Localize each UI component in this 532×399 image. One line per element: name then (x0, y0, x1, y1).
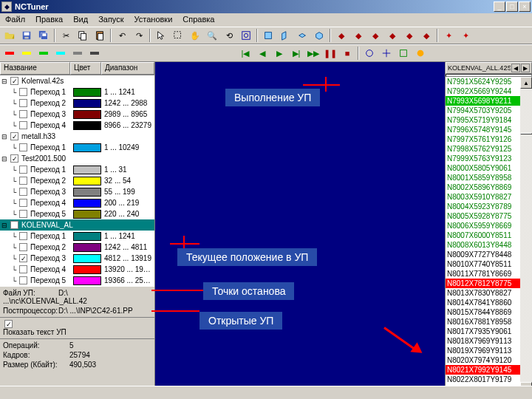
tree-row[interactable]: └✓Переход 34812 ... 13919 (0, 253, 154, 264)
checkbox[interactable] (19, 210, 27, 218)
expander-icon[interactable]: ⊟ (0, 222, 9, 229)
nc-line[interactable]: N8000X5805Y9061 (446, 163, 520, 173)
minimize-button[interactable]: _ (494, 1, 505, 12)
tree-row[interactable]: └Переход 11 ... 31 (0, 164, 154, 175)
view-top-icon[interactable] (294, 28, 310, 43)
color-marker-5[interactable] (69, 46, 86, 61)
checkbox[interactable] (19, 110, 27, 118)
diamond-6-icon[interactable]: ◆ (418, 28, 434, 43)
nc-line[interactable]: N7994X5703Y9205 (446, 106, 520, 115)
diamond-3-icon[interactable]: ◆ (367, 28, 383, 43)
tree-row[interactable]: └Переход 4200 ... 219 (0, 197, 154, 208)
nc-code-list[interactable]: N7991X5624Y9295N7992X5669Y9244N7993X5698… (446, 77, 520, 394)
col-color[interactable]: Цвет (70, 62, 101, 75)
checkbox[interactable] (19, 276, 27, 284)
checkbox[interactable] (19, 143, 27, 151)
nc-line[interactable]: N8019X7969Y9113 (446, 346, 520, 355)
nc-line[interactable]: N8021X7992Y9145 (446, 365, 520, 375)
checkbox[interactable] (19, 188, 27, 196)
nc-line[interactable]: N8012X7812Y8775 (446, 279, 520, 288)
nc-line[interactable]: N7998X5762Y9125 (446, 144, 520, 154)
menu-item[interactable]: Правка (30, 13, 68, 27)
color-marker-1[interactable] (1, 46, 18, 61)
nc-line[interactable]: N7993X5698Y9211 (446, 96, 520, 106)
save-all-icon[interactable] (35, 28, 52, 43)
step-fwd-icon[interactable]: ▶| (288, 46, 304, 61)
checkbox[interactable]: ✓ (10, 132, 18, 140)
checkbox[interactable] (19, 243, 27, 251)
nc-line[interactable]: N8010X7740Y8511 (446, 259, 520, 269)
expander-icon[interactable]: ⊟ (0, 155, 9, 163)
nc-line[interactable]: N7991X5624Y9295 (446, 77, 520, 86)
cursor-icon[interactable] (153, 28, 169, 43)
nc-line[interactable]: N8017X7935Y9061 (446, 327, 520, 336)
pan-icon[interactable]: ✋ (187, 28, 203, 43)
diamond-1-icon[interactable]: ◆ (333, 28, 349, 43)
copy-icon[interactable] (75, 28, 91, 43)
nc-line[interactable]: N8005X5928Y8775 (446, 211, 520, 221)
nc-line[interactable]: N8015X7844Y8869 (446, 307, 520, 317)
maximize-button[interactable]: □ (506, 1, 518, 12)
nc-line[interactable]: N8022X8017Y9179 (446, 375, 520, 384)
nc-line[interactable]: N7996X5748Y9145 (446, 125, 520, 134)
nc-line[interactable]: N8013X7830Y8827 (446, 288, 520, 298)
checkbox[interactable] (19, 265, 27, 273)
nc-line[interactable]: N7992X5669Y9244 (446, 86, 520, 96)
nc-line[interactable]: N8001X5859Y8958 (446, 173, 520, 183)
step-back-icon[interactable]: ◀ (254, 46, 270, 61)
col-name[interactable]: Название (0, 62, 70, 75)
color-marker-4[interactable] (52, 46, 69, 61)
undo-icon[interactable]: ↶ (114, 28, 130, 43)
col-range[interactable]: Диапазон (101, 62, 154, 75)
extra-1-icon[interactable] (361, 46, 378, 61)
tree-row[interactable]: └Переход 11 ... 1241 (0, 86, 154, 98)
scrollbar[interactable]: ▲ ▼ (520, 77, 532, 394)
extra-2-icon[interactable] (378, 46, 395, 61)
tree-group[interactable]: ⊟✓Test2001.500 (0, 153, 154, 164)
checkbox[interactable] (19, 199, 27, 207)
tree-row[interactable]: └Переход 21242 ... 4811 (0, 242, 154, 253)
tree-row[interactable]: └Переход 21242 ... 2988 (0, 98, 154, 109)
expander-icon[interactable]: ⊟ (0, 133, 9, 140)
nc-line[interactable]: N8018X7969Y9113 (446, 336, 520, 346)
nc-line[interactable]: N8016X7881Y8958 (446, 317, 520, 327)
nc-line[interactable]: N8009X7727Y8448 (446, 250, 520, 259)
show-text-row[interactable]: ✓ Показать текст УП (0, 317, 154, 339)
scroll-up-button[interactable]: ▲ (520, 77, 532, 89)
scroll-thumb[interactable] (520, 133, 532, 134)
nc-line[interactable]: N7999X5763Y9123 (446, 154, 520, 163)
tree-body[interactable]: ⊟✓Kolenval.42s└Переход 11 ... 1241└Перех… (0, 75, 154, 286)
checkbox[interactable] (19, 121, 27, 129)
tree-row[interactable]: └Переход 355 ... 199 (0, 186, 154, 197)
color-marker-6[interactable] (86, 46, 103, 61)
menu-item[interactable]: Установки (129, 13, 178, 27)
extra-4-icon[interactable] (412, 46, 429, 61)
checkbox[interactable] (19, 232, 27, 240)
diamond-5-icon[interactable]: ◆ (401, 28, 417, 43)
menu-item[interactable]: Справка (177, 13, 219, 27)
checkbox[interactable]: ✓ (19, 254, 27, 262)
checkbox[interactable]: ✓ (10, 154, 18, 163)
close-button[interactable]: × (519, 1, 531, 12)
play-end-icon[interactable]: ▶▶ (305, 46, 321, 61)
pause-icon[interactable]: ❚❚ (322, 46, 338, 61)
save-icon[interactable] (18, 28, 35, 43)
nc-line[interactable]: N8007X6000Y8511 (446, 231, 520, 240)
tree-row[interactable]: └Переход 11 ... 10249 (0, 142, 154, 153)
tree-row[interactable]: └Переход 32989 ... 8965 (0, 109, 154, 120)
zoom-icon[interactable]: 🔍 (204, 28, 220, 43)
tree-group[interactable]: ⊟✓Kolenval.42s (0, 75, 154, 86)
next-file-button[interactable]: ▶ (521, 64, 530, 72)
rotate-icon[interactable]: ⟲ (221, 28, 237, 43)
tree-row[interactable]: └Переход 48966 ... 23279 (0, 120, 154, 131)
checkbox[interactable] (19, 177, 27, 185)
nc-line[interactable]: N8020X7974Y9120 (446, 355, 520, 365)
expander-icon[interactable]: ⊟ (0, 78, 9, 85)
cut-icon[interactable]: ✂ (58, 28, 74, 43)
nc-line[interactable]: N8006X5959Y8669 (446, 221, 520, 231)
open-icon[interactable] (1, 28, 18, 43)
diamond-2-icon[interactable]: ◆ (350, 28, 366, 43)
nc-line[interactable]: N8014X7841Y8860 (446, 298, 520, 307)
color-marker-2[interactable] (18, 46, 35, 61)
tool-b-icon[interactable]: ✦ (457, 28, 474, 43)
